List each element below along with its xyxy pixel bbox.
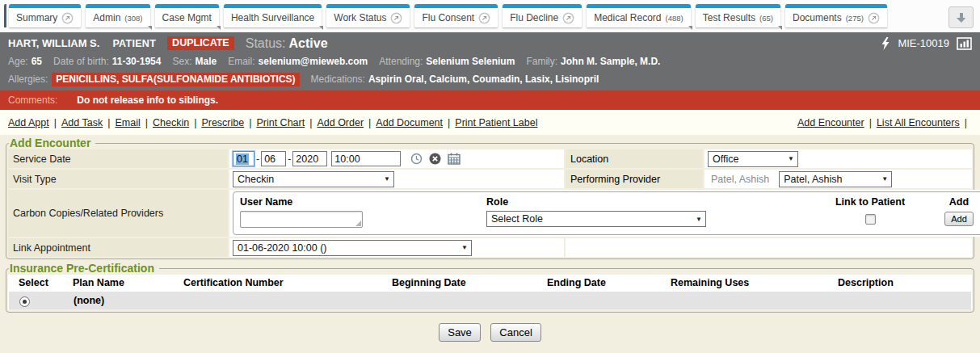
precert-none-radio[interactable]: [19, 296, 30, 307]
popup-icon[interactable]: [478, 12, 490, 24]
clock-icon[interactable]: [410, 153, 423, 165]
popup-icon[interactable]: [61, 12, 74, 24]
tab-test-results[interactable]: Test Results (65): [696, 4, 780, 27]
user-name-input[interactable]: [240, 211, 363, 228]
link-add-task[interactable]: Add Task: [61, 117, 115, 128]
tab-count: (275): [846, 14, 864, 23]
allergies-label: Allergies:: [8, 74, 48, 85]
link-add-encounter[interactable]: Add Encounter: [797, 117, 877, 128]
email-value: selenium@mieweb.com: [259, 56, 368, 67]
visit-type-row: Visit Type Checkin ▼ Performing Provider…: [8, 170, 972, 188]
tab-label: Flu Decline: [510, 12, 558, 23]
tab-bar: Summary Admin (308) Case Mgmt Health Sur…: [0, 0, 980, 32]
tab-summary[interactable]: Summary: [9, 4, 81, 27]
link-prescribe[interactable]: Prescribe: [201, 117, 256, 128]
status-value: Active: [289, 36, 328, 51]
tab-health-surveillance[interactable]: Health Surveillance: [224, 4, 322, 27]
role-select[interactable]: Select Role ▼: [486, 211, 706, 227]
sex-value: Male: [196, 56, 217, 67]
link-print-chart[interactable]: Print Chart: [256, 117, 317, 128]
link-add-order[interactable]: Add Order: [317, 117, 376, 128]
bar-chart-icon[interactable]: [957, 37, 972, 50]
link-to-patient-checkbox[interactable]: [865, 214, 876, 225]
col-certification-number: Certification Number: [183, 277, 392, 288]
performing-provider-select[interactable]: Patel, Ashish ▼: [779, 171, 892, 187]
tab-sliver: [4, 4, 6, 27]
tab-flu-decline[interactable]: Flu Decline: [503, 4, 582, 27]
col-remaining-uses: Remaining Uses: [671, 277, 838, 288]
carbon-copies-label: Carbon Copies/Related Providers: [8, 190, 228, 237]
lightning-bolt-icon[interactable]: [881, 37, 890, 50]
clear-date-icon[interactable]: [429, 153, 441, 165]
link-checkin[interactable]: Checkin: [153, 117, 201, 128]
insurance-title: Insurance Pre-Certification: [9, 262, 159, 275]
service-date-year-input[interactable]: 2020: [292, 151, 327, 166]
link-appointment-select[interactable]: 01-06-2020 10:00 () ▼: [233, 240, 472, 256]
insurance-row-none: (none): [9, 292, 971, 309]
action-links-bar: Add Appt Add Task Email Checkin Prescrib…: [0, 110, 980, 135]
allergies-badge[interactable]: PENICILLINS, SULFA(SULFONAMIDE ANTIBIOTI…: [52, 73, 299, 86]
link-add-appt[interactable]: Add Appt: [8, 117, 61, 128]
family-label: Family:: [526, 56, 557, 67]
patient-name: HART, WILLIAM S.: [8, 37, 99, 49]
link-list-all-encounters[interactable]: List All Encounters: [877, 117, 972, 128]
tab-label: Test Results: [703, 12, 755, 23]
add-header: Add: [931, 196, 980, 208]
visit-type-label: Visit Type: [8, 170, 228, 188]
service-date-day-input[interactable]: 06: [261, 151, 286, 166]
chevron-down-icon: ▼: [461, 244, 468, 251]
down-arrow-icon: [956, 12, 967, 23]
tab-documents[interactable]: Documents (275): [785, 4, 887, 27]
user-name-header: User Name: [240, 196, 486, 208]
tab-count: (488): [666, 14, 683, 23]
tab-label: Work Status: [334, 12, 386, 23]
service-time-input[interactable]: 10:00: [331, 151, 401, 166]
tab-label: Flu Consent: [422, 12, 474, 23]
link-email[interactable]: Email: [115, 117, 153, 128]
link-appointment-row: Link Appointment 01-06-2020 10:00 () ▼: [8, 238, 972, 257]
save-button[interactable]: Save: [439, 323, 481, 342]
tab-flu-consent[interactable]: Flu Consent: [414, 4, 498, 27]
popup-icon[interactable]: [562, 12, 574, 24]
location-label: Location: [566, 149, 703, 168]
col-description: Description: [838, 277, 972, 288]
cancel-button[interactable]: Cancel: [490, 323, 540, 342]
location-select[interactable]: Office ▼: [708, 151, 798, 167]
duplicate-badge[interactable]: DUPLICATE: [167, 36, 234, 50]
tab-count: (65): [759, 14, 773, 23]
tab-medical-record[interactable]: Medical Record (488): [587, 4, 691, 27]
tab-label: Health Surveillance: [231, 12, 314, 23]
dob-label: Date of birth:: [53, 56, 109, 67]
plan-name-value: (none): [74, 295, 184, 306]
dob-value: 11-30-1954: [112, 56, 162, 67]
medications-value: Aspirin Oral, Calcium, Coumadin, Lasix, …: [368, 74, 599, 85]
link-appointment-label: Link Appointment: [8, 238, 228, 257]
medications-label: Medications:: [311, 74, 365, 85]
tab-work-status[interactable]: Work Status: [326, 4, 410, 27]
chevron-down-icon: ▼: [384, 175, 390, 183]
service-date-month-input[interactable]: 01: [233, 151, 254, 166]
chart-id: MIE-10019: [898, 37, 949, 49]
calendar-icon[interactable]: [448, 153, 461, 165]
performing-provider-label: Performing Provider: [566, 170, 703, 188]
col-ending-date: Ending Date: [547, 277, 671, 288]
add-carbon-copy-button[interactable]: Add: [944, 212, 974, 226]
patient-header: HART, WILLIAM S. PATIENT DUPLICATE Statu…: [0, 32, 980, 90]
popup-icon[interactable]: [868, 12, 880, 24]
attending-label: Attending:: [379, 56, 423, 67]
tab-overflow-button[interactable]: [948, 6, 974, 28]
insurance-header-row: Select Plan Name Certification Number Be…: [8, 275, 972, 292]
page: Summary Admin (308) Case Mgmt Health Sur…: [0, 0, 980, 353]
col-plan-name: Plan Name: [73, 277, 183, 288]
sex-label: Sex:: [172, 56, 191, 67]
status-label: Status:: [246, 36, 286, 51]
tab-case-mgmt[interactable]: Case Mgmt: [155, 4, 219, 27]
tab-admin[interactable]: Admin (308): [86, 4, 149, 27]
link-add-document[interactable]: Add Document: [376, 117, 455, 128]
service-date-label: Service Date: [8, 149, 228, 168]
popup-icon[interactable]: [390, 12, 402, 24]
link-print-patient-label[interactable]: Print Patient Label: [455, 117, 537, 128]
visit-type-select[interactable]: Checkin ▼: [233, 171, 394, 187]
footer-actions: Save Cancel: [6, 323, 974, 342]
comments-bar: Comments: Do not release info to sibling…: [0, 90, 980, 110]
